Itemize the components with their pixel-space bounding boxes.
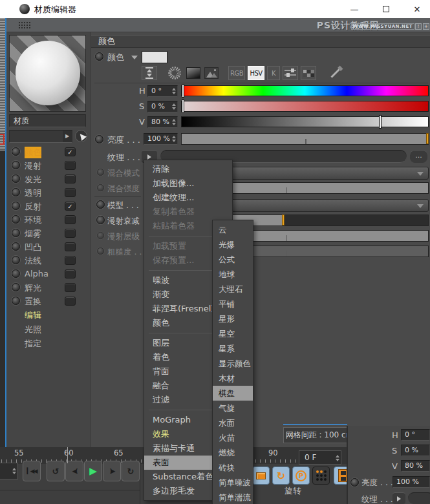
menu-item-clear[interactable]: 清除: [144, 162, 232, 176]
stepper-icon[interactable]: [172, 88, 176, 94]
channel-checkbox[interactable]: [65, 188, 76, 197]
submenu-item-tiles[interactable]: 平铺: [213, 297, 253, 311]
brightness-slider-handle[interactable]: [426, 133, 429, 144]
hue-gradient-slider[interactable]: [181, 85, 429, 96]
submenu-item-formula[interactable]: 公式: [213, 252, 253, 267]
swatches-mode-button[interactable]: [301, 66, 316, 80]
value-slider-handle[interactable]: [379, 115, 382, 129]
submenu-item-cyclone[interactable]: 气旋: [213, 401, 253, 415]
channel-row-color[interactable]: 颜色 ✓: [9, 145, 81, 159]
stepper-icon[interactable]: [172, 136, 176, 142]
channel-row-fog[interactable]: 烟雾: [9, 227, 81, 240]
hue-value-field[interactable]: 0 °: [401, 429, 430, 441]
previous-key-button[interactable]: ↺: [47, 461, 65, 481]
record-rotation-button[interactable]: ↻: [272, 467, 290, 485]
keyframe-selection-button[interactable]: [312, 467, 330, 485]
menu-item-load-image[interactable]: 加载图像...: [144, 176, 232, 191]
material-name-field[interactable]: 材质: [9, 114, 86, 127]
color-swatch[interactable]: [142, 51, 167, 63]
saturation-gradient-slider[interactable]: [181, 101, 429, 112]
submenu-item-display-color[interactable]: 显示颜色: [213, 356, 253, 371]
saturation-value-field[interactable]: 0 %: [401, 445, 430, 456]
drag-grip-icon[interactable]: [18, 21, 31, 30]
channel-row-alpha[interactable]: Alpha: [9, 268, 81, 281]
stepper-icon[interactable]: [12, 468, 16, 474]
submenu-item-starfield[interactable]: 星空: [213, 326, 253, 341]
submenu-item-water[interactable]: 水面: [213, 415, 253, 430]
submenu-item-simple-noise[interactable]: 简单噪波: [213, 475, 253, 490]
color-wheel-button[interactable]: [166, 66, 183, 80]
channel-row-displacement[interactable]: 置换: [9, 295, 81, 308]
minimize-button[interactable]: —: [341, 0, 367, 18]
menu-item-create-texture[interactable]: 创建纹理...: [144, 191, 232, 205]
value-gradient-slider[interactable]: [181, 116, 429, 127]
submenu-item-marble[interactable]: 大理石: [213, 282, 253, 297]
record-parameter-button[interactable]: P: [292, 467, 310, 485]
channel-checkbox[interactable]: [65, 174, 76, 184]
current-frame-marker[interactable]: [67, 447, 68, 463]
value-value-field[interactable]: 80 %: [401, 460, 430, 472]
channel-checkbox[interactable]: [65, 297, 76, 306]
channel-row-environment[interactable]: 环境: [9, 213, 81, 227]
texture-shader-button[interactable]: [392, 492, 405, 504]
mixer-mode-button[interactable]: [283, 66, 298, 80]
submenu-item-starburst[interactable]: 光爆: [213, 237, 253, 252]
preview-mode-expand-button[interactable]: ▶: [63, 131, 72, 142]
submenu-item-fire[interactable]: 燃烧: [213, 445, 253, 460]
channel-checkbox[interactable]: [65, 269, 76, 278]
stepper-icon[interactable]: [172, 103, 176, 110]
hue-value-field[interactable]: 0 °: [147, 85, 178, 97]
brightness-slider[interactable]: [181, 133, 429, 145]
submenu-item-cloud[interactable]: 云: [213, 222, 253, 237]
stepper-icon[interactable]: [336, 455, 339, 461]
next-frame-button[interactable]: )▶: [103, 461, 121, 481]
channel-checkbox[interactable]: ✓: [65, 202, 76, 211]
saturation-slider-handle[interactable]: [182, 100, 184, 113]
channel-row-normal[interactable]: 法线: [9, 254, 81, 268]
pick-material-button[interactable]: [75, 130, 87, 142]
channel-checkbox[interactable]: [65, 242, 76, 251]
saturation-value-field[interactable]: 0 %: [147, 101, 178, 112]
model-radio-icon[interactable]: [96, 200, 105, 209]
record-position-button[interactable]: [252, 467, 270, 485]
submenu-item-brick[interactable]: 砖块: [213, 460, 253, 475]
sidebar-item-edit[interactable]: 编辑: [25, 310, 76, 323]
submenu-item-earth[interactable]: 地球: [213, 267, 253, 282]
sidebar-item-illumination[interactable]: 光照: [25, 324, 76, 337]
submenu-item-flame[interactable]: 火苗: [213, 430, 253, 445]
brightness-value-field[interactable]: 100 %: [144, 133, 178, 145]
brightness-value-field[interactable]: 100 %: [392, 476, 430, 488]
plus-badge-icon[interactable]: +: [423, 23, 429, 30]
compact-mode-button[interactable]: [142, 66, 157, 80]
submenu-item-simple-turbulence[interactable]: 简单湍流: [213, 490, 253, 504]
material-preview[interactable]: [9, 35, 86, 112]
brightness-radio-icon[interactable]: [95, 135, 103, 143]
channel-row-transparency[interactable]: 透明: [9, 186, 81, 200]
channel-checkbox[interactable]: [65, 256, 76, 265]
diffuse-falloff-radio-icon[interactable]: [96, 216, 105, 224]
submenu-item-wood[interactable]: 木材: [213, 371, 253, 386]
channel-row-diffusion[interactable]: 漫射: [9, 159, 81, 173]
k-mode-button[interactable]: K: [267, 66, 280, 80]
hue-slider-handle[interactable]: [182, 84, 184, 98]
submenu-item-galaxy[interactable]: 星系: [213, 341, 253, 356]
rgb-mode-button[interactable]: RGB: [228, 66, 245, 80]
close-button[interactable]: ✕: [404, 0, 430, 18]
play-button[interactable]: ▶: [84, 461, 102, 481]
previous-frame-button[interactable]: ◀(: [65, 461, 83, 481]
chevron-down-icon[interactable]: [131, 56, 138, 59]
maximize-button[interactable]: [373, 0, 399, 18]
channel-checkbox[interactable]: ✓: [65, 147, 76, 156]
channel-row-glow[interactable]: 辉光: [9, 281, 81, 295]
submenu-item-star[interactable]: 星形: [213, 311, 253, 326]
hsv-mode-button[interactable]: HSV: [248, 66, 264, 80]
stepper-icon[interactable]: [172, 119, 176, 125]
spectrum-button[interactable]: [186, 66, 201, 80]
brightness-radio-icon[interactable]: [350, 478, 359, 487]
current-frame-field[interactable]: 0 F: [299, 450, 341, 465]
channel-row-bump[interactable]: 凹凸: [9, 240, 81, 254]
texture-path-field[interactable]: [408, 492, 430, 504]
frame-stepper-field[interactable]: [0, 463, 18, 479]
color-radio-icon[interactable]: [95, 52, 103, 61]
eyedropper-button[interactable]: [327, 66, 343, 80]
